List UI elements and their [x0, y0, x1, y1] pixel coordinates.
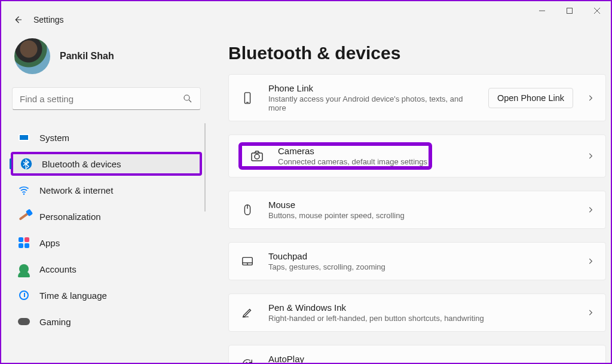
- card-mouse[interactable]: Mouse Buttons, mouse pointer speed, scro…: [228, 191, 606, 229]
- card-title: Touchpad: [268, 251, 573, 261]
- user-name: Pankil Shah: [60, 51, 114, 62]
- card-title: Cameras: [278, 146, 427, 156]
- sidebar-item-label: Time & language: [39, 290, 107, 301]
- sidebar-item-accounts[interactable]: Accounts: [11, 257, 202, 281]
- sidebar-item-label: System: [39, 133, 69, 143]
- minimize-icon: [538, 7, 546, 14]
- maximize-icon: [566, 7, 573, 14]
- window-minimize-button[interactable]: [528, 1, 556, 20]
- card-cameras[interactable]: Cameras Connected cameras, default image…: [228, 134, 606, 178]
- card-desc: Right-handed or left-handed, pen button …: [268, 314, 573, 323]
- wifi-icon: [18, 184, 30, 196]
- open-phone-link-button[interactable]: Open Phone Link: [488, 88, 573, 108]
- sidebar: Pankil Shah System Bluetooth & devices: [1, 30, 212, 363]
- mouse-icon: [240, 202, 255, 218]
- autoplay-icon: [240, 356, 255, 363]
- avatar: [14, 38, 50, 74]
- card-desc: Instantly access your Android device's p…: [268, 94, 470, 112]
- sidebar-item-gaming[interactable]: Gaming: [11, 310, 202, 334]
- card-title: Pen & Windows Ink: [268, 302, 573, 313]
- sidebar-item-apps[interactable]: Apps: [11, 231, 202, 255]
- card-desc: Buttons, mouse pointer speed, scrolling: [268, 211, 573, 220]
- phone-icon: [240, 90, 255, 106]
- card-desc: Taps, gestures, scrolling, zooming: [268, 262, 573, 271]
- card-touchpad[interactable]: Touchpad Taps, gestures, scrolling, zoom…: [228, 242, 606, 280]
- sidebar-item-personalization[interactable]: Personalization: [11, 204, 202, 228]
- card-phone-link[interactable]: Phone Link Instantly access your Android…: [228, 74, 606, 121]
- window-maximize-button[interactable]: [556, 1, 583, 20]
- highlight-cameras: Cameras Connected cameras, default image…: [240, 143, 431, 169]
- search-input[interactable]: [20, 94, 182, 104]
- app-title: Settings: [33, 15, 64, 25]
- paintbrush-icon: [18, 210, 30, 222]
- profile-block[interactable]: Pankil Shah: [11, 30, 202, 85]
- svg-rect-1: [567, 8, 573, 14]
- chevron-right-icon: [586, 308, 595, 317]
- sidebar-item-network[interactable]: Network & internet: [11, 178, 202, 202]
- card-desc: Connected cameras, default image setting…: [278, 157, 427, 166]
- svg-point-11: [255, 154, 259, 159]
- sidebar-item-bluetooth-devices[interactable]: Bluetooth & devices: [11, 152, 202, 176]
- camera-icon: [249, 148, 265, 164]
- sidebar-item-label: Apps: [39, 238, 60, 248]
- arrow-left-icon: [13, 14, 23, 25]
- bluetooth-icon: [20, 158, 32, 170]
- card-title: AutoPlay: [268, 354, 573, 363]
- chevron-right-icon: [586, 152, 595, 160]
- main-panel: Bluetooth & devices Phone Link Instantly…: [212, 30, 611, 363]
- svg-line-5: [189, 100, 191, 102]
- close-icon: [593, 7, 601, 14]
- apps-icon: [18, 237, 30, 249]
- person-icon: [18, 263, 30, 275]
- nav-list: System Bluetooth & devices Network & int…: [11, 123, 202, 336]
- window-close-button[interactable]: [583, 1, 611, 20]
- svg-point-7: [23, 193, 25, 195]
- sidebar-item-label: Personalization: [39, 212, 101, 222]
- svg-point-4: [184, 95, 189, 100]
- sidebar-item-label: Bluetooth & devices: [42, 159, 121, 169]
- svg-rect-8: [244, 92, 250, 103]
- chevron-right-icon: [586, 257, 595, 265]
- page-title: Bluetooth & devices: [228, 30, 606, 74]
- sidebar-item-label: Network & internet: [39, 185, 113, 195]
- sidebar-item-label: Accounts: [39, 264, 76, 274]
- card-pen-ink[interactable]: Pen & Windows Ink Right-handed or left-h…: [228, 293, 606, 332]
- card-autoplay[interactable]: AutoPlay Defaults for removable drives a…: [228, 345, 606, 363]
- chevron-right-icon: [586, 94, 595, 102]
- pen-icon: [240, 305, 255, 320]
- card-title: Phone Link: [268, 83, 470, 93]
- clock-globe-icon: [18, 289, 30, 301]
- chevron-right-icon: [586, 206, 595, 214]
- card-title: Mouse: [268, 200, 573, 210]
- sidebar-item-system[interactable]: System: [11, 126, 202, 149]
- monitor-icon: [18, 131, 30, 143]
- search-box[interactable]: [12, 87, 201, 110]
- touchpad-icon: [240, 253, 255, 269]
- back-button[interactable]: [11, 13, 25, 27]
- sidebar-item-time-language[interactable]: Time & language: [11, 283, 202, 307]
- gamepad-icon: [18, 316, 30, 328]
- nav-selection-indicator: [10, 158, 11, 169]
- sidebar-item-label: Gaming: [39, 317, 71, 327]
- app-header: Settings: [1, 10, 611, 30]
- search-icon: [182, 93, 193, 104]
- nav-scrollbar[interactable]: [204, 123, 206, 212]
